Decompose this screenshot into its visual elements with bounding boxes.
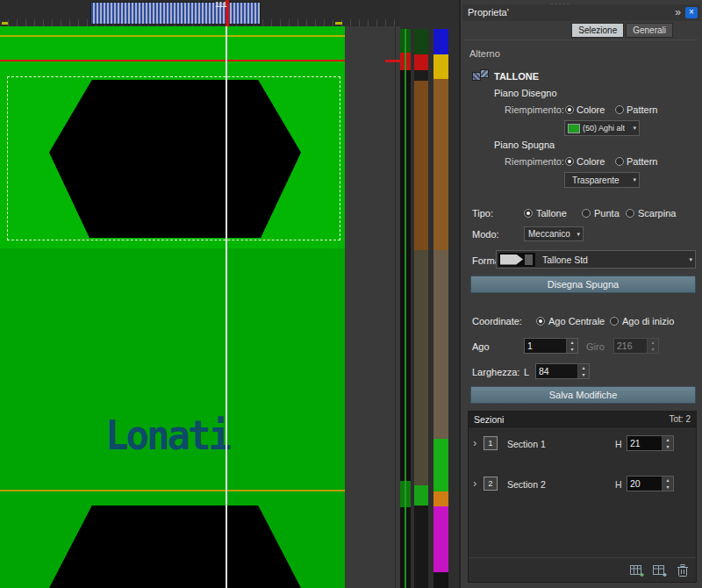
- section-row[interactable]: › 1 Section 1 H ▴ ▾: [469, 434, 696, 454]
- zone-line-red: [0, 60, 345, 61]
- close-icon[interactable]: ×: [685, 7, 698, 18]
- lonati-logo: Lonati: [105, 412, 229, 459]
- section-name: Section 2: [507, 479, 546, 490]
- spugna-color-value: Trasparente: [572, 176, 620, 185]
- tab-generali[interactable]: Generali: [626, 23, 673, 38]
- pin-panel-icon[interactable]: »: [675, 6, 681, 18]
- larghezza-spinner[interactable]: ▴ ▾: [535, 363, 590, 379]
- panel-separator: [464, 39, 698, 40]
- radio-ago-centrale-label: Ago Centrale: [548, 316, 605, 326]
- chevron-down-icon: ▾: [577, 231, 580, 238]
- radio-disegno-pattern-label: Pattern: [627, 104, 657, 115]
- section-index-badge: 1: [484, 436, 498, 450]
- chevron-down-icon: ▾: [633, 176, 636, 183]
- giro-spin-buttons: ▴ ▾: [647, 339, 658, 353]
- section-h-label: H: [615, 439, 622, 449]
- properties-panel: ..... Proprieta' » × Selezione Generali …: [459, 0, 702, 588]
- spin-down-icon[interactable]: ▾: [663, 443, 673, 450]
- expander-icon[interactable]: ›: [473, 436, 476, 449]
- canvas-gutter: [345, 26, 400, 588]
- expander-icon[interactable]: ›: [473, 477, 476, 490]
- radio-tipo-tallone-label: Tallone: [536, 208, 567, 219]
- spin-down-icon[interactable]: ▾: [663, 484, 673, 491]
- section-spin-buttons[interactable]: ▴ ▾: [662, 436, 673, 450]
- spugna-color-dropdown[interactable]: Trasparente ▾: [564, 172, 640, 188]
- coordinate-label: Coordinate:: [472, 316, 522, 326]
- section-height-spinner[interactable]: ▴ ▾: [627, 476, 674, 491]
- spin-up-icon[interactable]: ▴: [567, 339, 577, 346]
- section-height-input[interactable]: [627, 436, 662, 450]
- section-spin-buttons[interactable]: ▴ ▾: [662, 477, 673, 491]
- larghezza-unit-label: L: [524, 367, 529, 377]
- radio-ago-centrale[interactable]: [536, 317, 545, 326]
- radio-tipo-tallone[interactable]: [524, 209, 533, 218]
- panel-tabs: Selezione Generali: [571, 23, 673, 38]
- spin-down-icon: ▾: [648, 346, 658, 353]
- giro-spinner: ▴ ▾: [613, 338, 659, 354]
- spin-up-icon[interactable]: ▴: [578, 364, 589, 371]
- sezioni-title: Sezioni: [474, 414, 504, 425]
- duplicate-section-icon[interactable]: [652, 563, 668, 579]
- ago-spinner[interactable]: ▴ ▾: [524, 338, 578, 354]
- radio-spugna-pattern-label: Pattern: [627, 156, 657, 167]
- design-canvas[interactable]: Lonati: [0, 26, 345, 588]
- modo-dropdown[interactable]: Meccanico ▾: [524, 226, 584, 241]
- larghezza-input[interactable]: [536, 364, 577, 378]
- ruler-cursor-value: 111: [215, 0, 227, 9]
- radio-spugna-colore-label: Colore: [577, 156, 605, 167]
- salva-modifiche-button[interactable]: Salva Modifiche: [470, 386, 696, 404]
- add-section-icon[interactable]: [629, 563, 645, 579]
- modo-label: Modo:: [472, 229, 499, 240]
- larghezza-spin-buttons[interactable]: ▴ ▾: [577, 364, 589, 378]
- radio-ago-inizio[interactable]: [610, 317, 619, 326]
- crosshair-vline: [226, 26, 227, 588]
- sezioni-total: Tot: 2: [670, 414, 691, 424]
- radio-disegno-pattern[interactable]: [615, 105, 624, 114]
- spin-up-icon[interactable]: ▴: [663, 477, 673, 484]
- section-h-label: H: [615, 479, 622, 490]
- app-root: 111 Lonati ..... Proprieta' » × Selezion…: [0, 0, 702, 588]
- ago-label: Ago: [472, 341, 490, 352]
- yarn-color-column-1[interactable]: [414, 29, 428, 588]
- radio-tipo-scarpina[interactable]: [626, 209, 634, 218]
- horizontal-ruler[interactable]: 111: [0, 0, 400, 26]
- tallone-title: TALLONE: [494, 71, 539, 82]
- section-row[interactable]: › 2 Section 2 H ▴ ▾: [469, 475, 696, 494]
- ago-input[interactable]: [525, 339, 566, 353]
- gutter-divider: [395, 26, 396, 588]
- alterno-label: Alterno: [469, 48, 500, 59]
- ruler-mark-right: [335, 22, 342, 25]
- radio-disegno-colore[interactable]: [565, 105, 574, 114]
- needle-indicator-line: [405, 29, 406, 588]
- chevron-down-icon: ▾: [633, 125, 636, 132]
- ruler-selection-band: [90, 2, 261, 25]
- spin-up-icon: ▴: [648, 339, 658, 346]
- radio-ago-inizio-label: Ago di inizio: [622, 316, 674, 326]
- section-height-spinner[interactable]: ▴ ▾: [627, 435, 674, 451]
- radio-disegno-colore-label: Colore: [577, 104, 605, 115]
- radio-tipo-punta-label: Punta: [594, 208, 620, 219]
- modo-value: Meccanico: [528, 229, 570, 239]
- tab-selezione[interactable]: Selezione: [571, 23, 624, 38]
- disegna-spugna-button[interactable]: Disegna Spugna: [470, 276, 696, 293]
- radio-spugna-colore[interactable]: [565, 157, 574, 166]
- disegno-color-dropdown[interactable]: (50) Aghi alt ▾: [564, 120, 640, 136]
- yarn-color-column-2[interactable]: [433, 29, 448, 588]
- forma-dropdown[interactable]: Tallone Std ▾: [496, 250, 696, 269]
- spin-up-icon[interactable]: ▴: [663, 436, 673, 443]
- heel-shape-bottom[interactable]: [49, 506, 301, 588]
- ruler-mark-left: [2, 22, 8, 25]
- ago-spin-buttons[interactable]: ▴ ▾: [566, 339, 577, 353]
- radio-spugna-pattern[interactable]: [615, 157, 624, 166]
- tipo-label: Tipo:: [472, 208, 493, 219]
- section-height-input[interactable]: [627, 477, 662, 491]
- giro-label: Giro: [586, 341, 605, 352]
- radio-tipo-punta[interactable]: [582, 209, 591, 218]
- larghezza-label: Larghezza:: [472, 367, 519, 377]
- spin-down-icon[interactable]: ▾: [578, 371, 589, 378]
- selection-rect[interactable]: [7, 76, 340, 240]
- delete-section-icon[interactable]: [677, 563, 689, 579]
- zone-line-yellow-top: [0, 35, 345, 37]
- spin-down-icon[interactable]: ▾: [567, 346, 577, 353]
- tallone-pattern-icon: [472, 69, 493, 82]
